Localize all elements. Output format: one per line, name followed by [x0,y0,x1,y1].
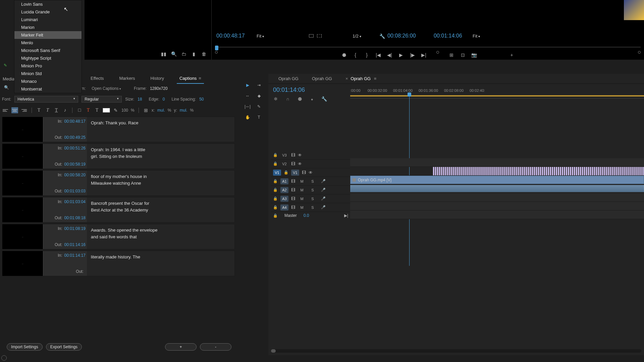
master-value[interactable]: 0.0 [304,213,309,218]
add-caption-button[interactable]: + [165,343,197,351]
out-tc[interactable]: 00:00:58:19 [64,162,86,167]
caption-text[interactable]: Awards. She opened the envelopeand said … [87,224,234,249]
go-to-out-icon[interactable]: ▶| [421,52,427,58]
fx-badge-icon[interactable] [353,178,356,182]
font-dropdown-menu[interactable]: Lovin Sans Lucida Grande Luminari Marion… [14,0,82,93]
pen-tool-icon[interactable]: ✎ [4,63,10,70]
opacity-value[interactable]: 100 [121,108,128,113]
out-tc[interactable]: 00:01:14:16 [64,242,86,247]
solo-button[interactable]: S [309,178,317,184]
audio-waveform[interactable] [350,185,644,192]
mark-out-icon[interactable]: } [364,52,370,58]
bars-icon[interactable]: ▮▮ [161,51,166,57]
creative-cloud-icon[interactable] [1,355,7,361]
toggle-output-icon[interactable]: 🎞 [291,188,295,192]
close-tab-icon[interactable]: × [345,76,348,81]
caption-row[interactable]: — In:00:00:48:17 Out:00:00:49:25 Oprah: … [2,117,235,142]
font-item-montserrat[interactable]: Montserrat [14,85,82,93]
safe-margins-icon[interactable] [309,34,314,38]
voice-over-icon[interactable]: 🎤 [319,178,327,184]
lock-icon[interactable]: 🔒 [284,170,288,175]
caption-text[interactable]: floor of my mother's house inMilwaukee w… [87,171,234,195]
a4-track[interactable] [350,210,644,219]
caption-row[interactable]: — In:00:01:03:04 Out:00:01:08:18 Bancrof… [2,197,235,223]
timeline-h-scrollbar[interactable] [271,349,641,353]
lock-icon[interactable]: 🔒 [273,188,278,192]
voice-over-icon[interactable]: 🎤 [319,196,327,202]
eye-icon[interactable]: 👁 [298,153,302,158]
lock-icon[interactable]: 🔒 [273,179,278,183]
remove-caption-button[interactable]: - [200,343,231,351]
caption-text[interactable]: Oprah: Thank you. Race [87,117,234,142]
program-fit-select[interactable]: Fit [473,34,480,39]
work-area-bar[interactable] [350,95,644,97]
caption-text[interactable]: literally made history. The [87,251,234,276]
ripple-tool-icon[interactable]: ↔ [244,92,252,100]
trash-icon[interactable]: 🗑 [201,51,207,57]
bg-box-button[interactable]: □ [76,107,83,113]
caption-text[interactable]: Bancroft present the Oscar forBest Actor… [87,197,234,222]
tab-history[interactable]: History [148,74,166,84]
v2-track[interactable] [350,167,644,176]
x-value[interactable]: mul. [157,108,165,113]
font-item-lucida-grande[interactable]: Lucida Grande [14,8,82,16]
track-header-v2[interactable]: 🔒 V2 🎞 👁 [271,160,350,168]
track-label-v3[interactable]: V3 [280,152,288,158]
export-settings-button[interactable]: Export Settings [46,343,82,351]
eye-icon[interactable]: 👁 [309,170,313,175]
slip-tool-icon[interactable]: |↔| [244,103,252,111]
text-music-button[interactable]: ♪ [62,107,68,113]
button-editor-icon[interactable]: + [509,52,515,58]
size-value[interactable]: 18 [138,97,142,102]
safe-margins-half-icon[interactable] [317,34,322,38]
v1-track[interactable]: Oprah GG.mp4 [V] [350,176,644,184]
track-label-a1[interactable]: A1 [280,178,288,184]
caption-row[interactable]: — In:00:00:51:26 Out:00:00:58:19 Oprah: … [2,143,235,169]
track-header-a1[interactable]: 🔒 A1 🎞 M S 🎤 [271,177,350,186]
bookmark-icon[interactable]: ▮ [191,51,197,57]
toggle-output-icon[interactable]: 🎞 [291,162,295,166]
track-content[interactable]: Oprah GG.mp4 [V] [350,158,644,219]
font-item-minion-std[interactable]: Minion Std [14,70,82,77]
font-item-marker-felt[interactable]: Marker Felt [14,31,82,39]
align-center-button[interactable] [11,107,18,113]
go-to-in-icon[interactable]: |◀ [376,52,381,58]
add-marker-icon[interactable]: ⬣ [297,96,303,102]
edge-style-button[interactable]: T [94,107,100,113]
sequence-tab-2[interactable]: Oprah GG [309,74,335,83]
source-zoom-select[interactable]: Fit [257,34,264,39]
stream-select[interactable]: Open Captions [89,85,124,92]
text-plain-button[interactable]: T [36,107,42,113]
lock-icon[interactable]: 🔒 [273,162,278,166]
media-panel-label[interactable]: Media [3,76,14,81]
bg-color-swatch[interactable] [103,108,110,113]
linespacing-value[interactable]: 50 [199,97,204,102]
track-label-v1[interactable]: V1 [291,170,299,176]
step-back-icon[interactable]: ◀| [387,52,392,58]
in-tc[interactable]: 00:01:08:19 [64,226,86,231]
caption-list[interactable]: — In:00:00:48:17 Out:00:00:49:25 Oprah: … [2,117,235,342]
toggle-output-icon[interactable]: 🎞 [302,170,306,175]
text-underline-button[interactable]: T [53,107,59,113]
font-item-menlo[interactable]: Menlo [14,39,82,47]
linked-selection-icon[interactable]: ∩ [285,96,290,102]
export-frame-icon[interactable]: 📷 [472,52,477,58]
mute-button[interactable]: M [298,178,306,184]
font-select[interactable]: Helvetica [14,96,78,103]
caption-row[interactable]: — In:00:01:08:19 Out:00:01:14:16 Awards.… [2,224,235,249]
track-label-a4[interactable]: A4 [280,204,288,210]
settings-wrench-icon[interactable]: 🔧 [321,96,327,102]
track-select-tool-icon[interactable]: ⇥ [255,81,263,89]
in-tc[interactable]: 00:00:58:20 [64,173,86,177]
mark-in-icon[interactable]: { [353,52,358,58]
a2-track[interactable] [350,193,644,202]
toggle-output-icon[interactable]: 🎞 [291,179,295,184]
sequence-menu-icon[interactable]: ≡ [374,76,377,81]
monitor-timebar[interactable] [215,47,641,52]
solo-button[interactable]: S [309,196,317,202]
mute-button[interactable]: M [298,204,306,210]
wrench-icon[interactable]: 🔧 [379,34,385,39]
eyedropper-icon[interactable]: ✎ [113,107,119,113]
sequence-tab-3[interactable]: × Oprah GG ≡ [342,74,380,83]
out-tc[interactable]: 00:00:49:25 [64,135,86,140]
